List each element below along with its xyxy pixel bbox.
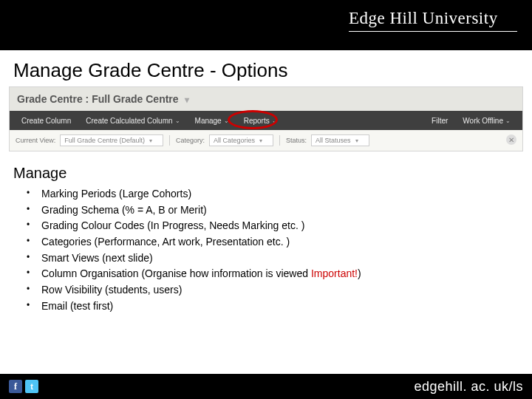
logo-rule	[349, 31, 517, 32]
slide-title: Manage Grade Centre - Options	[0, 50, 532, 86]
list-item: Categories (Performance, Art work, Prese…	[31, 234, 514, 250]
divider	[279, 135, 280, 146]
list-item: Smart Views (next slide)	[31, 250, 514, 267]
grade-centre-heading: Grade Centre : Full Grade Centre ▾	[10, 87, 522, 111]
chevron-down-icon: ⌄	[272, 117, 277, 124]
chevron-down-icon: ⌄	[224, 117, 229, 124]
close-icon[interactable]: ✕	[506, 134, 516, 145]
social-icons: f t	[9, 380, 38, 393]
create-column-button[interactable]: Create Column	[14, 117, 78, 125]
work-offline-button[interactable]: Work Offline⌄	[455, 117, 518, 125]
status-label: Status:	[286, 137, 307, 144]
create-calculated-column-button[interactable]: Create Calculated Column⌄	[78, 117, 187, 125]
reports-button[interactable]: Reports⌄	[236, 117, 284, 125]
footer-url: edgehill. ac. uk/ls	[414, 379, 523, 395]
chevron-down-icon: ⌄	[175, 117, 180, 124]
chevron-down-icon: ▾	[185, 95, 189, 105]
grade-centre-screenshot: Grade Centre : Full Grade Centre ▾ Creat…	[9, 86, 523, 151]
current-view-label: Current View:	[16, 137, 55, 144]
important-highlight: Important!	[311, 267, 358, 279]
university-logo: Edge Hill University	[349, 9, 517, 32]
footer-bar: f t edgehill. ac. uk/ls	[0, 374, 532, 399]
twitter-icon[interactable]: t	[25, 380, 38, 393]
manage-button[interactable]: Manage⌄	[188, 117, 236, 125]
slide: Edge Hill University Manage Grade Centre…	[0, 0, 532, 399]
list-item: Row Visibility (students, users)	[31, 282, 514, 299]
grade-centre-menubar: Create Column Create Calculated Column⌄ …	[10, 111, 522, 130]
header-bar: Edge Hill University	[0, 0, 532, 50]
list-item: Marking Periods (Large Cohorts)	[31, 186, 514, 202]
list-item: Email (test first)	[31, 299, 514, 315]
status-select[interactable]: All Statuses	[311, 134, 369, 146]
list-item: Grading Schema (% = A, B or Merit)	[31, 202, 514, 219]
current-view-select[interactable]: Full Grade Centre (Default)	[60, 134, 163, 146]
grade-centre-heading-text: Grade Centre : Full Grade Centre	[17, 93, 179, 105]
filter-button[interactable]: Filter	[424, 117, 455, 125]
university-name: Edge Hill University	[349, 9, 517, 28]
divider	[169, 135, 170, 146]
bullet-list: Marking Periods (Large Cohorts) Grading …	[0, 185, 532, 315]
list-item: Column Organisation (Organise how inform…	[31, 266, 514, 282]
facebook-icon[interactable]: f	[9, 380, 22, 393]
chevron-down-icon: ⌄	[505, 117, 511, 124]
section-heading: Manage	[0, 159, 532, 185]
category-select[interactable]: All Categories	[209, 134, 273, 146]
category-label: Category:	[176, 137, 205, 144]
filter-row: Current View: Full Grade Centre (Default…	[10, 130, 522, 151]
list-item: Grading Colour Codes (In Progress, Needs…	[31, 218, 514, 234]
